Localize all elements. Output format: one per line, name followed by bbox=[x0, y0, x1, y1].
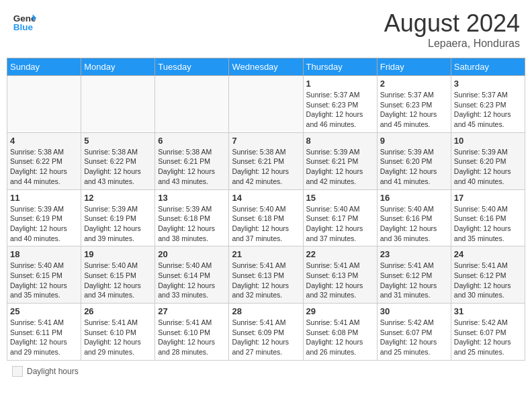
calendar-cell: 22Sunrise: 5:41 AMSunset: 6:13 PMDayligh… bbox=[303, 246, 377, 304]
calendar-day-header: Saturday bbox=[451, 58, 525, 76]
day-number: 21 bbox=[232, 249, 300, 259]
day-info: Sunrise: 5:39 AMSunset: 6:21 PMDaylight:… bbox=[306, 147, 374, 187]
calendar-cell: 17Sunrise: 5:40 AMSunset: 6:16 PMDayligh… bbox=[451, 189, 525, 246]
location-subtitle: Lepaera, Honduras bbox=[384, 38, 520, 50]
day-number: 3 bbox=[454, 79, 522, 89]
calendar-cell: 13Sunrise: 5:39 AMSunset: 6:18 PMDayligh… bbox=[155, 189, 229, 246]
calendar-cell bbox=[155, 76, 229, 133]
day-info: Sunrise: 5:40 AMSunset: 6:17 PMDaylight:… bbox=[306, 204, 374, 244]
calendar-header-row: SundayMondayTuesdayWednesdayThursdayFrid… bbox=[7, 58, 525, 76]
day-info: Sunrise: 5:37 AMSunset: 6:23 PMDaylight:… bbox=[454, 90, 522, 130]
calendar-cell: 1Sunrise: 5:37 AMSunset: 6:23 PMDaylight… bbox=[303, 76, 377, 133]
calendar-cell: 20Sunrise: 5:40 AMSunset: 6:14 PMDayligh… bbox=[155, 246, 229, 304]
day-info: Sunrise: 5:40 AMSunset: 6:16 PMDaylight:… bbox=[380, 204, 448, 244]
day-number: 26 bbox=[84, 306, 152, 316]
day-info: Sunrise: 5:38 AMSunset: 6:22 PMDaylight:… bbox=[84, 147, 152, 187]
legend-label: Daylight hours bbox=[27, 367, 79, 376]
day-info: Sunrise: 5:40 AMSunset: 6:16 PMDaylight:… bbox=[454, 204, 522, 244]
calendar-cell: 26Sunrise: 5:41 AMSunset: 6:10 PMDayligh… bbox=[81, 304, 155, 361]
day-info: Sunrise: 5:41 AMSunset: 6:10 PMDaylight:… bbox=[158, 318, 226, 357]
calendar-cell: 8Sunrise: 5:39 AMSunset: 6:21 PMDaylight… bbox=[303, 132, 377, 189]
calendar-cell bbox=[7, 76, 81, 133]
day-number: 29 bbox=[306, 306, 374, 316]
calendar-day-header: Sunday bbox=[7, 58, 81, 76]
calendar-day-header: Monday bbox=[81, 58, 155, 76]
calendar-cell: 31Sunrise: 5:42 AMSunset: 6:07 PMDayligh… bbox=[451, 304, 525, 361]
day-info: Sunrise: 5:39 AMSunset: 6:20 PMDaylight:… bbox=[454, 147, 522, 187]
day-number: 20 bbox=[158, 249, 226, 259]
calendar-cell: 10Sunrise: 5:39 AMSunset: 6:20 PMDayligh… bbox=[451, 132, 525, 189]
calendar-cell: 14Sunrise: 5:40 AMSunset: 6:18 PMDayligh… bbox=[229, 189, 303, 246]
day-info: Sunrise: 5:38 AMSunset: 6:21 PMDaylight:… bbox=[158, 147, 226, 187]
day-number: 28 bbox=[232, 306, 300, 316]
day-number: 12 bbox=[84, 193, 152, 203]
legend-box bbox=[12, 366, 23, 377]
day-info: Sunrise: 5:41 AMSunset: 6:12 PMDaylight:… bbox=[380, 261, 448, 300]
calendar-cell: 21Sunrise: 5:41 AMSunset: 6:13 PMDayligh… bbox=[229, 246, 303, 304]
day-number: 15 bbox=[306, 193, 374, 203]
calendar-cell: 5Sunrise: 5:38 AMSunset: 6:22 PMDaylight… bbox=[81, 132, 155, 189]
day-info: Sunrise: 5:39 AMSunset: 6:20 PMDaylight:… bbox=[380, 147, 448, 187]
day-info: Sunrise: 5:41 AMSunset: 6:12 PMDaylight:… bbox=[454, 261, 522, 300]
day-number: 8 bbox=[306, 136, 374, 146]
title-block: August 2024 Lepaera, Honduras bbox=[384, 9, 520, 50]
calendar-week-row: 1Sunrise: 5:37 AMSunset: 6:23 PMDaylight… bbox=[7, 76, 525, 133]
day-info: Sunrise: 5:41 AMSunset: 6:11 PMDaylight:… bbox=[10, 318, 78, 357]
day-number: 2 bbox=[380, 79, 448, 89]
calendar-cell: 19Sunrise: 5:40 AMSunset: 6:15 PMDayligh… bbox=[81, 246, 155, 304]
day-number: 7 bbox=[232, 136, 300, 146]
day-info: Sunrise: 5:41 AMSunset: 6:09 PMDaylight:… bbox=[232, 318, 300, 357]
calendar-cell: 28Sunrise: 5:41 AMSunset: 6:09 PMDayligh… bbox=[229, 304, 303, 361]
calendar-cell: 11Sunrise: 5:39 AMSunset: 6:19 PMDayligh… bbox=[7, 189, 81, 246]
day-info: Sunrise: 5:37 AMSunset: 6:23 PMDaylight:… bbox=[380, 90, 448, 130]
day-info: Sunrise: 5:39 AMSunset: 6:18 PMDaylight:… bbox=[158, 204, 226, 244]
calendar-cell: 7Sunrise: 5:38 AMSunset: 6:21 PMDaylight… bbox=[229, 132, 303, 189]
day-number: 11 bbox=[10, 193, 78, 203]
day-number: 10 bbox=[454, 136, 522, 146]
calendar-week-row: 25Sunrise: 5:41 AMSunset: 6:11 PMDayligh… bbox=[7, 304, 525, 361]
day-info: Sunrise: 5:42 AMSunset: 6:07 PMDaylight:… bbox=[380, 318, 448, 357]
day-number: 4 bbox=[10, 136, 78, 146]
day-info: Sunrise: 5:37 AMSunset: 6:23 PMDaylight:… bbox=[306, 90, 374, 130]
calendar-cell: 4Sunrise: 5:38 AMSunset: 6:22 PMDaylight… bbox=[7, 132, 81, 189]
day-number: 13 bbox=[158, 193, 226, 203]
calendar-table: SundayMondayTuesdayWednesdayThursdayFrid… bbox=[7, 58, 525, 361]
day-number: 22 bbox=[306, 249, 374, 259]
day-number: 14 bbox=[232, 193, 300, 203]
calendar-day-header: Tuesday bbox=[155, 58, 229, 76]
day-number: 9 bbox=[380, 136, 448, 146]
day-number: 25 bbox=[10, 306, 78, 316]
day-info: Sunrise: 5:39 AMSunset: 6:19 PMDaylight:… bbox=[10, 204, 78, 244]
day-info: Sunrise: 5:40 AMSunset: 6:18 PMDaylight:… bbox=[232, 204, 300, 244]
day-info: Sunrise: 5:41 AMSunset: 6:10 PMDaylight:… bbox=[84, 318, 152, 357]
calendar-cell bbox=[81, 76, 155, 133]
calendar-cell: 24Sunrise: 5:41 AMSunset: 6:12 PMDayligh… bbox=[451, 246, 525, 304]
calendar-cell: 29Sunrise: 5:41 AMSunset: 6:08 PMDayligh… bbox=[303, 304, 377, 361]
calendar-cell: 30Sunrise: 5:42 AMSunset: 6:07 PMDayligh… bbox=[377, 304, 451, 361]
day-number: 17 bbox=[454, 193, 522, 203]
calendar-cell: 18Sunrise: 5:40 AMSunset: 6:15 PMDayligh… bbox=[7, 246, 81, 304]
calendar-cell: 9Sunrise: 5:39 AMSunset: 6:20 PMDaylight… bbox=[377, 132, 451, 189]
day-number: 27 bbox=[158, 306, 226, 316]
legend: Daylight hours bbox=[7, 365, 525, 378]
day-info: Sunrise: 5:41 AMSunset: 6:08 PMDaylight:… bbox=[306, 318, 374, 357]
calendar-cell bbox=[229, 76, 303, 133]
svg-text:Blue: Blue bbox=[13, 22, 34, 32]
month-year-title: August 2024 bbox=[384, 9, 520, 38]
calendar-cell: 2Sunrise: 5:37 AMSunset: 6:23 PMDaylight… bbox=[377, 76, 451, 133]
calendar-cell: 16Sunrise: 5:40 AMSunset: 6:16 PMDayligh… bbox=[377, 189, 451, 246]
day-number: 19 bbox=[84, 249, 152, 259]
calendar-cell: 12Sunrise: 5:39 AMSunset: 6:19 PMDayligh… bbox=[81, 189, 155, 246]
calendar-cell: 6Sunrise: 5:38 AMSunset: 6:21 PMDaylight… bbox=[155, 132, 229, 189]
day-number: 31 bbox=[454, 306, 522, 316]
calendar-day-header: Friday bbox=[377, 58, 451, 76]
logo-icon: General Blue bbox=[12, 9, 36, 34]
day-info: Sunrise: 5:38 AMSunset: 6:21 PMDaylight:… bbox=[232, 147, 300, 187]
day-info: Sunrise: 5:42 AMSunset: 6:07 PMDaylight:… bbox=[454, 318, 522, 357]
day-number: 30 bbox=[380, 306, 448, 316]
day-info: Sunrise: 5:40 AMSunset: 6:15 PMDaylight:… bbox=[84, 261, 152, 300]
calendar-day-header: Thursday bbox=[303, 58, 377, 76]
logo: General Blue bbox=[12, 9, 39, 34]
calendar-cell: 25Sunrise: 5:41 AMSunset: 6:11 PMDayligh… bbox=[7, 304, 81, 361]
calendar-cell: 27Sunrise: 5:41 AMSunset: 6:10 PMDayligh… bbox=[155, 304, 229, 361]
